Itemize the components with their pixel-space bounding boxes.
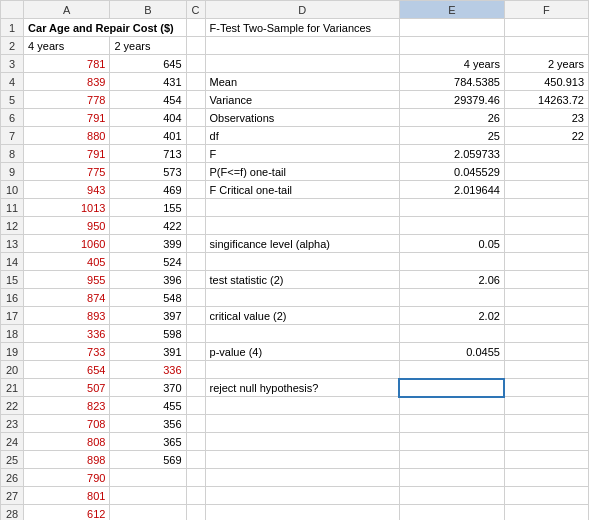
cell-a-8[interactable]: 791 [24,145,110,163]
cell-c-18[interactable] [186,325,205,343]
cell-d-20[interactable] [205,361,399,379]
cell-a-2[interactable]: 4 years [24,37,110,55]
cell-f-4[interactable]: 450.913 [504,73,588,91]
col-e-header[interactable]: E [399,1,504,19]
cell-b-27[interactable] [110,487,186,505]
cell-b-5[interactable]: 454 [110,91,186,109]
cell-c-2[interactable] [186,37,205,55]
col-c-header[interactable]: C [186,1,205,19]
cell-d-10[interactable]: F Critical one-tail [205,181,399,199]
cell-e-18[interactable] [399,325,504,343]
cell-b-24[interactable]: 365 [110,433,186,451]
cell-b-14[interactable]: 524 [110,253,186,271]
cell-f-10[interactable] [504,181,588,199]
cell-f-20[interactable] [504,361,588,379]
cell-c-11[interactable] [186,199,205,217]
cell-b-21[interactable]: 370 [110,379,186,397]
cell-c-23[interactable] [186,415,205,433]
cell-d-28[interactable] [205,505,399,521]
cell-a-6[interactable]: 791 [24,109,110,127]
cell-a-12[interactable]: 950 [24,217,110,235]
cell-a-9[interactable]: 775 [24,163,110,181]
col-d-header[interactable]: D [205,1,399,19]
cell-a-25[interactable]: 898 [24,451,110,469]
cell-a-3[interactable]: 781 [24,55,110,73]
cell-e-20[interactable] [399,361,504,379]
cell-a-4[interactable]: 839 [24,73,110,91]
cell-f-27[interactable] [504,487,588,505]
cell-c-17[interactable] [186,307,205,325]
cell-a-27[interactable]: 801 [24,487,110,505]
cell-e-22[interactable] [399,397,504,415]
cell-a-26[interactable]: 790 [24,469,110,487]
cell-f-22[interactable] [504,397,588,415]
cell-b-13[interactable]: 399 [110,235,186,253]
cell-a-14[interactable]: 405 [24,253,110,271]
cell-b-10[interactable]: 469 [110,181,186,199]
cell-d-5[interactable]: Variance [205,91,399,109]
cell-b-12[interactable]: 422 [110,217,186,235]
cell-f-17[interactable] [504,307,588,325]
cell-b-7[interactable]: 401 [110,127,186,145]
cell-f-28[interactable] [504,505,588,521]
cell-d-14[interactable] [205,253,399,271]
cell-d-4[interactable]: Mean [205,73,399,91]
cell-c-24[interactable] [186,433,205,451]
cell-d-21[interactable]: reject null hypothesis? [205,379,399,397]
cell-e-15[interactable]: 2.06 [399,271,504,289]
cell-a-1[interactable]: Car Age and Repair Cost ($) [24,19,187,37]
cell-a-5[interactable]: 778 [24,91,110,109]
cell-c-5[interactable] [186,91,205,109]
cell-e-24[interactable] [399,433,504,451]
cell-c-4[interactable] [186,73,205,91]
col-a-header[interactable]: A [24,1,110,19]
cell-a-18[interactable]: 336 [24,325,110,343]
cell-f-12[interactable] [504,217,588,235]
cell-a-11[interactable]: 1013 [24,199,110,217]
cell-b-3[interactable]: 645 [110,55,186,73]
cell-f-13[interactable] [504,235,588,253]
cell-d-23[interactable] [205,415,399,433]
cell-e-28[interactable] [399,505,504,521]
cell-d-9[interactable]: P(F<=f) one-tail [205,163,399,181]
cell-c-15[interactable] [186,271,205,289]
cell-f-24[interactable] [504,433,588,451]
cell-c-19[interactable] [186,343,205,361]
cell-d-2[interactable] [205,37,399,55]
cell-c-1[interactable] [186,19,205,37]
cell-c-6[interactable] [186,109,205,127]
cell-e-23[interactable] [399,415,504,433]
cell-b-16[interactable]: 548 [110,289,186,307]
cell-d-25[interactable] [205,451,399,469]
cell-f-14[interactable] [504,253,588,271]
cell-e-25[interactable] [399,451,504,469]
cell-d-11[interactable] [205,199,399,217]
cell-f-2[interactable] [504,37,588,55]
cell-e-4[interactable]: 784.5385 [399,73,504,91]
cell-c-10[interactable] [186,181,205,199]
cell-e-13[interactable]: 0.05 [399,235,504,253]
cell-f-5[interactable]: 14263.72 [504,91,588,109]
cell-a-20[interactable]: 654 [24,361,110,379]
cell-d-3[interactable] [205,55,399,73]
cell-b-20[interactable]: 336 [110,361,186,379]
cell-e-1[interactable] [399,19,504,37]
cell-c-7[interactable] [186,127,205,145]
cell-e-14[interactable] [399,253,504,271]
cell-a-17[interactable]: 893 [24,307,110,325]
cell-d-13[interactable]: singificance level (alpha) [205,235,399,253]
cell-e-11[interactable] [399,199,504,217]
cell-f-15[interactable] [504,271,588,289]
cell-f-26[interactable] [504,469,588,487]
cell-a-10[interactable]: 943 [24,181,110,199]
cell-c-22[interactable] [186,397,205,415]
cell-e-17[interactable]: 2.02 [399,307,504,325]
cell-b-6[interactable]: 404 [110,109,186,127]
cell-f-1[interactable] [504,19,588,37]
cell-c-20[interactable] [186,361,205,379]
cell-d-1[interactable]: F-Test Two-Sample for Variances [205,19,399,37]
cell-f-11[interactable] [504,199,588,217]
cell-f-18[interactable] [504,325,588,343]
cell-e-27[interactable] [399,487,504,505]
cell-c-8[interactable] [186,145,205,163]
